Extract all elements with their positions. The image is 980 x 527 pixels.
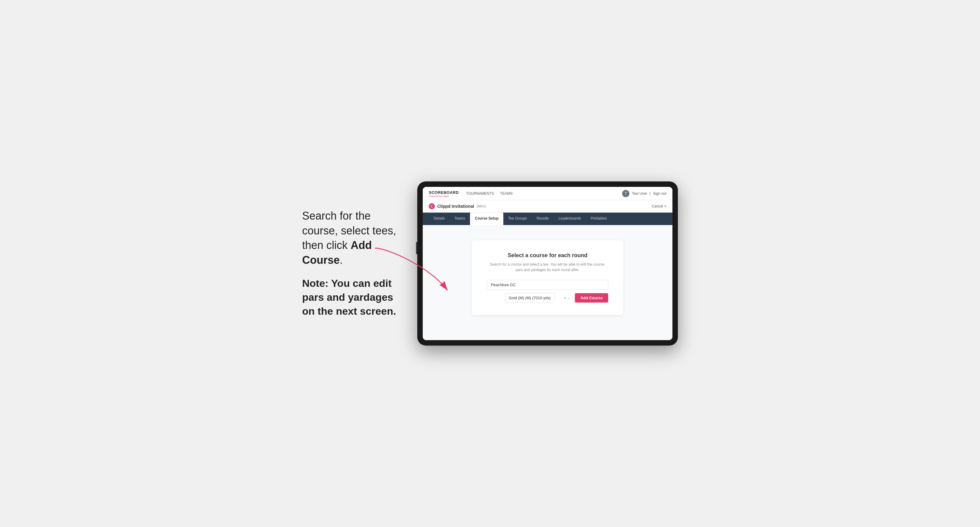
user-label: Test User <box>632 191 647 196</box>
tab-teams[interactable]: Teams <box>450 213 470 225</box>
page-wrapper: Search for the course, select tees, then… <box>12 181 968 346</box>
top-nav-links: TOURNAMENTS TEAMS <box>466 191 622 196</box>
tee-selector-row: Gold (M) (M) (7010 yds) Add Course <box>487 293 608 303</box>
logo-area: SCOREBOARD Powered by clippd <box>429 190 459 197</box>
tab-course-setup[interactable]: Course Setup <box>470 213 503 225</box>
tournament-title-area: C Clippd Invitational (Men) <box>429 203 486 209</box>
sign-out-link[interactable]: Sign out <box>653 191 667 196</box>
annotation-block: Search for the course, select tees, then… <box>302 209 399 318</box>
tablet-side-button <box>416 242 417 254</box>
tab-printables[interactable]: Printables <box>586 213 611 225</box>
add-course-bold: Add Course <box>302 239 372 266</box>
card-subtitle: Search for a course and select a tee. Yo… <box>487 262 608 273</box>
nav-teams[interactable]: TEAMS <box>500 191 512 196</box>
main-annotation-text: Search for the course, select tees, then… <box>302 209 399 267</box>
top-nav-right: T Test User | Sign out <box>622 190 667 197</box>
main-content: Select a course for each round Search fo… <box>423 225 673 340</box>
user-avatar: T <box>622 190 629 197</box>
tournament-icon: C <box>429 203 435 209</box>
tournament-name: Clippd Invitational <box>437 204 474 209</box>
cancel-button[interactable]: Cancel × <box>652 204 667 208</box>
nav-tournaments[interactable]: TOURNAMENTS <box>466 191 494 196</box>
logo-sub: Powered by clippd <box>429 195 459 197</box>
cancel-label: Cancel <box>652 204 663 208</box>
note-annotation-text: Note: You can edit pars and yardages on … <box>302 276 399 318</box>
nav-separator: | <box>650 191 651 196</box>
tablet-device: SCOREBOARD Powered by clippd TOURNAMENTS… <box>417 181 678 346</box>
tab-nav: Details Teams Course Setup Tee Groups Re… <box>423 213 673 225</box>
tournament-header: C Clippd Invitational (Men) Cancel × <box>423 200 673 213</box>
tournament-category: (Men) <box>476 204 486 208</box>
cancel-icon: × <box>664 204 667 208</box>
tab-details[interactable]: Details <box>429 213 450 225</box>
add-course-button[interactable]: Add Course <box>575 293 608 303</box>
card-title: Select a course for each round <box>487 252 608 259</box>
tab-leaderboards[interactable]: Leaderboards <box>554 213 586 225</box>
course-search-input[interactable] <box>487 280 608 290</box>
tablet-screen: SCOREBOARD Powered by clippd TOURNAMENTS… <box>423 187 673 340</box>
tee-select[interactable]: Gold (M) (M) (7010 yds) <box>505 293 555 303</box>
tab-results[interactable]: Results <box>532 213 554 225</box>
top-nav: SCOREBOARD Powered by clippd TOURNAMENTS… <box>423 187 673 200</box>
course-setup-card: Select a course for each round Search fo… <box>472 240 623 315</box>
tab-tee-groups[interactable]: Tee Groups <box>503 213 532 225</box>
tee-select-wrapper: Gold (M) (M) (7010 yds) <box>487 293 573 303</box>
logo-text: SCOREBOARD <box>429 190 459 195</box>
